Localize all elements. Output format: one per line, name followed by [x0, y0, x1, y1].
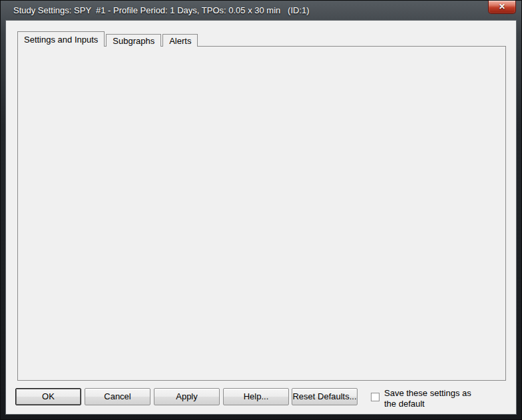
checkbox-save-as-default[interactable]: Save these settings as the default	[371, 388, 472, 409]
cancel-button[interactable]: Cancel	[85, 388, 150, 405]
apply-button[interactable]: Apply	[154, 388, 220, 405]
dialog-client-area: Settings and Inputs Subgraphs Alerts Sta…	[5, 20, 517, 415]
checkbox-box[interactable]	[371, 393, 380, 401]
dialog-window: Study Settings: SPY #1 - Profile Period:…	[0, 0, 522, 420]
reset-defaults-button[interactable]: Reset Defaults...	[292, 388, 358, 405]
close-button[interactable]: ✕	[488, 1, 516, 14]
tab-alerts[interactable]: Alerts	[162, 34, 198, 47]
help-button[interactable]: Help...	[223, 388, 289, 405]
title-bar[interactable]: Study Settings: SPY #1 - Profile Period:…	[0, 0, 522, 20]
close-icon: ✕	[499, 2, 505, 11]
tab-settings-and-inputs[interactable]: Settings and Inputs	[17, 31, 105, 47]
ok-button[interactable]: OK	[15, 388, 81, 405]
tab-subgraphs[interactable]: Subgraphs	[106, 34, 161, 47]
tab-strip: Settings and Inputs Subgraphs Alerts	[17, 31, 199, 47]
window-title: Study Settings: SPY #1 - Profile Period:…	[13, 5, 310, 15]
checkbox-label: Save these settings as the default	[384, 388, 472, 409]
tab-panel	[17, 46, 506, 381]
